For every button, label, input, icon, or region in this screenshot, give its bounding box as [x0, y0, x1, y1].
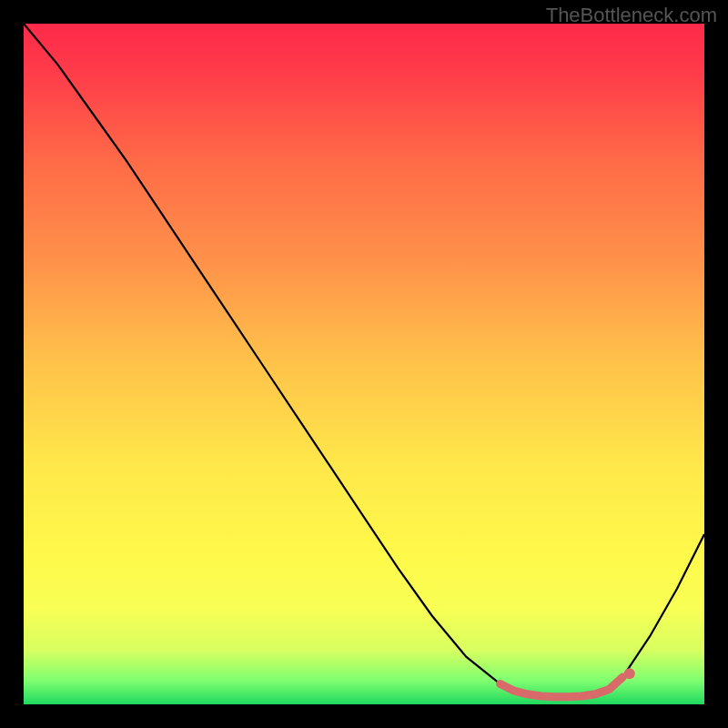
optimal-range-marker: [500, 677, 623, 697]
watermark-text: TheBottleneck.com: [546, 4, 717, 27]
optimal-range-end-dot: [624, 668, 635, 679]
plot-area: [24, 24, 704, 704]
bottleneck-curve: [24, 24, 704, 697]
curve-layer: [24, 24, 704, 704]
